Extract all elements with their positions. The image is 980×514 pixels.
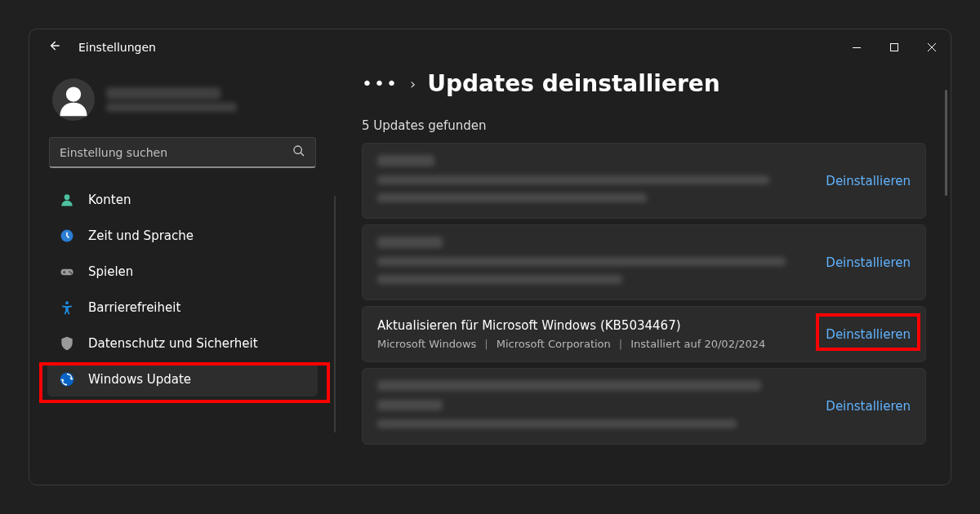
update-title-redacted [377, 155, 434, 166]
svg-point-4 [65, 194, 70, 200]
update-title-redacted [377, 380, 761, 391]
svg-rect-0 [853, 47, 861, 48]
close-button[interactable] [913, 29, 951, 65]
sidebar: Einstellung suchen Konten Zeit und Spra [29, 65, 336, 485]
update-icon [59, 371, 75, 388]
user-profile[interactable] [42, 73, 323, 134]
sidebar-item-time-language[interactable]: Zeit und Sprache [47, 219, 318, 253]
svg-point-11 [65, 301, 69, 304]
search-placeholder: Einstellung suchen [60, 146, 167, 159]
scrollbar[interactable] [945, 90, 947, 196]
update-meta-redacted [377, 193, 647, 202]
sidebar-item-accessibility[interactable]: Barrierefreiheit [47, 290, 318, 325]
updates-count-label: 5 Updates gefunden [362, 118, 926, 133]
sidebar-item-label: Spielen [88, 264, 133, 279]
titlebar: Einstellungen [29, 29, 951, 65]
gamepad-icon [59, 264, 75, 280]
svg-point-8 [70, 273, 72, 274]
chevron-right-icon: › [410, 75, 416, 92]
user-email-redacted [106, 103, 237, 112]
clock-icon [59, 228, 75, 244]
sidebar-item-label: Zeit und Sprache [88, 228, 194, 243]
sidebar-item-label: Datenschutz und Sicherheit [88, 336, 258, 351]
update-meta-redacted [377, 275, 622, 284]
svg-rect-1 [891, 44, 898, 51]
sidebar-item-label: Barrierefreiheit [88, 300, 180, 315]
update-row: Deinstallieren [362, 143, 926, 219]
update-title: Aktualisieren für Microsoft Windows (KB5… [377, 318, 765, 333]
breadcrumb-overflow-icon[interactable]: ••• [362, 73, 399, 94]
sidebar-item-label: Windows Update [88, 372, 191, 387]
sidebar-item-accounts[interactable]: Konten [47, 183, 318, 217]
svg-point-3 [294, 146, 301, 153]
update-publisher: Microsoft Corporation [497, 338, 611, 350]
shield-icon [59, 335, 75, 352]
user-name-redacted [106, 87, 220, 100]
uninstall-button[interactable]: Deinstallieren [826, 399, 911, 414]
uninstall-button[interactable]: Deinstallieren [826, 327, 911, 342]
update-title-redacted [377, 237, 443, 248]
update-meta-redacted [377, 419, 737, 428]
update-row-kb5034467: Aktualisieren für Microsoft Windows (KB5… [362, 306, 926, 362]
sidebar-item-windows-update[interactable]: Windows Update [47, 362, 318, 397]
search-icon [292, 144, 305, 160]
back-icon[interactable] [46, 38, 62, 57]
svg-point-7 [69, 271, 70, 273]
minimize-button[interactable] [838, 29, 875, 65]
page-title: Updates deinstallieren [427, 70, 720, 97]
accounts-icon [59, 192, 75, 208]
update-title-redacted [377, 400, 443, 410]
svg-rect-6 [61, 269, 74, 276]
accessibility-icon [59, 299, 75, 316]
svg-rect-10 [64, 271, 65, 273]
sidebar-item-label: Konten [88, 193, 131, 207]
search-input[interactable]: Einstellung suchen [49, 137, 316, 168]
sidebar-item-privacy[interactable]: Datenschutz und Sicherheit [47, 326, 318, 361]
main-content: ••• › Updates deinstallieren 5 Updates g… [336, 65, 951, 485]
update-meta-redacted [377, 257, 786, 266]
update-row: Deinstallieren [362, 368, 926, 445]
update-installed-date: Installiert auf 20/02/2024 [630, 338, 765, 350]
update-meta-redacted [377, 175, 769, 184]
sidebar-item-gaming[interactable]: Spielen [47, 255, 318, 289]
avatar [52, 78, 95, 121]
uninstall-button[interactable]: Deinstallieren [826, 174, 911, 188]
update-vendor: Microsoft Windows [377, 338, 476, 350]
app-name: Einstellungen [78, 41, 156, 54]
update-row: Deinstallieren [362, 224, 926, 300]
svg-point-2 [66, 86, 81, 101]
uninstall-button[interactable]: Deinstallieren [826, 255, 911, 270]
maximize-button[interactable] [875, 29, 913, 65]
settings-window: Einstellungen [29, 29, 951, 485]
